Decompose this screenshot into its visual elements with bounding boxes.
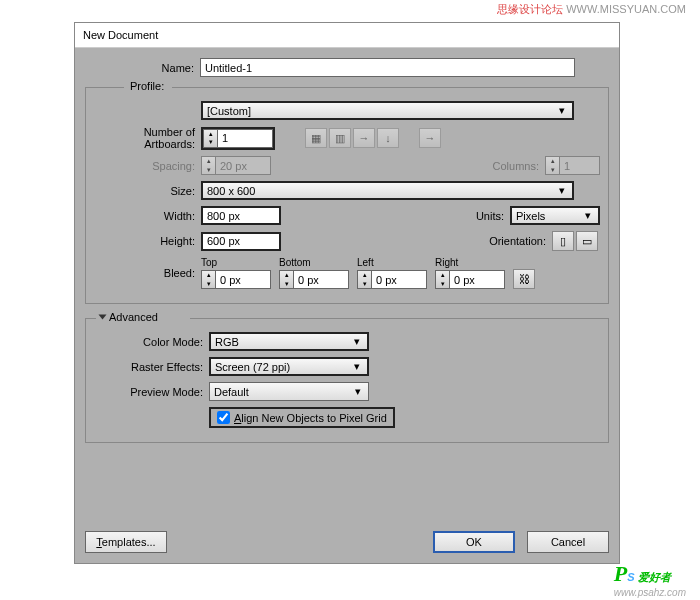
colormode-select[interactable]: RGB▾ — [209, 332, 369, 351]
watermark-top: 思缘设计论坛 WWW.MISSYUAN.COM — [497, 2, 686, 17]
grid-col-icon: ▥ — [329, 128, 351, 148]
width-input[interactable] — [201, 206, 281, 225]
dialog-title: New Document — [75, 23, 619, 48]
chevron-down-icon: ▾ — [556, 184, 568, 197]
size-select[interactable]: 800 x 600▾ — [201, 181, 574, 200]
preview-select[interactable]: Default▾ — [209, 382, 369, 401]
chevron-down-icon: ▾ — [352, 385, 364, 398]
raster-label: Raster Effects: — [94, 361, 209, 373]
cancel-button[interactable]: Cancel — [527, 531, 609, 553]
bleed-left-spinner[interactable]: ▴▾ — [357, 270, 427, 289]
name-input[interactable] — [200, 58, 575, 77]
align-checkbox-input[interactable] — [217, 411, 230, 424]
bleed-left-label: Left — [357, 257, 427, 268]
link-bleed-icon[interactable]: ⛓ — [513, 269, 535, 289]
align-pixel-grid-checkbox[interactable]: Align New Objects to Pixel Grid — [209, 407, 395, 428]
raster-select[interactable]: Screen (72 ppi)▾ — [209, 357, 369, 376]
advanced-toggle[interactable]: Advanced — [96, 311, 162, 323]
arrange-ltr-icon: → — [419, 128, 441, 148]
preview-label: Preview Mode: — [94, 386, 209, 398]
chevron-down-icon: ▾ — [556, 104, 568, 117]
arrange-right-icon: → — [353, 128, 375, 148]
height-input[interactable] — [201, 232, 281, 251]
orientation-landscape-icon[interactable]: ▭ — [576, 231, 598, 251]
chevron-down-icon: ▾ — [351, 360, 363, 373]
bleed-label: Bleed: — [94, 267, 201, 279]
bleed-top-label: Top — [201, 257, 271, 268]
spacing-spinner: ▴▾ — [201, 156, 271, 175]
columns-label: Columns: — [485, 160, 545, 172]
bleed-right-label: Right — [435, 257, 505, 268]
units-label: Units: — [450, 210, 510, 222]
ok-button[interactable]: OK — [433, 531, 515, 553]
templates-button[interactable]: Templates... — [85, 531, 167, 553]
orientation-label: Orientation: — [482, 235, 552, 247]
width-label: Width: — [94, 210, 201, 222]
watermark-bottom: PS 爱好者 www.psahz.com — [614, 561, 686, 598]
artboards-spinner[interactable]: ▴▾ — [201, 127, 275, 150]
columns-spinner: ▴▾ — [545, 156, 600, 175]
colormode-label: Color Mode: — [94, 336, 209, 348]
profile-label: Profile: — [126, 80, 168, 92]
height-label: Height: — [94, 235, 201, 247]
chevron-down-icon: ▾ — [582, 209, 594, 222]
units-select[interactable]: Pixels▾ — [510, 206, 600, 225]
bleed-top-spinner[interactable]: ▴▾ — [201, 270, 271, 289]
bleed-bottom-label: Bottom — [279, 257, 349, 268]
artboards-label: Number of Artboards: — [94, 126, 201, 150]
grid-row-icon: ▦ — [305, 128, 327, 148]
name-label: Name: — [85, 62, 200, 74]
profile-select[interactable]: [Custom]▾ — [201, 101, 574, 120]
arrange-down-icon: ↓ — [377, 128, 399, 148]
spacing-label: Spacing: — [94, 160, 201, 172]
bleed-right-spinner[interactable]: ▴▾ — [435, 270, 505, 289]
bleed-bottom-spinner[interactable]: ▴▾ — [279, 270, 349, 289]
new-document-dialog: New Document Name: Profile: [Custom]▾ Nu… — [74, 22, 620, 564]
size-label: Size: — [94, 185, 201, 197]
orientation-portrait-icon[interactable]: ▯ — [552, 231, 574, 251]
chevron-down-icon: ▾ — [351, 335, 363, 348]
